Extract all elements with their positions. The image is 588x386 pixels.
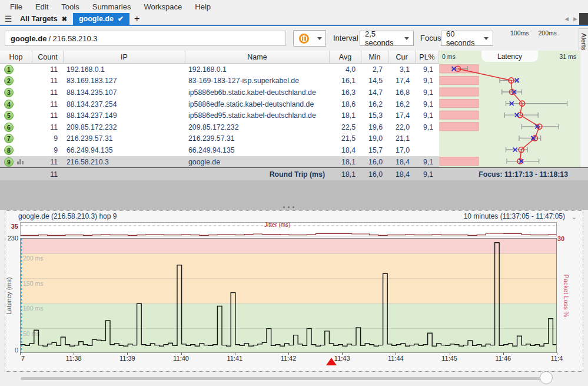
timeline-range-label[interactable]: 10 minutes (11:37:05 - 11:47:05) [464, 212, 565, 220]
round-trip-cur: 18,4 [388, 170, 416, 179]
timeline-scrollbar-thumb[interactable] [540, 371, 553, 384]
splitter-handle[interactable] [283, 206, 294, 208]
tab-scroll-left-icon[interactable]: ◀ [564, 16, 569, 22]
cell-name: google.de [185, 158, 330, 166]
column-header-cur[interactable]: Cur [388, 51, 416, 63]
hop-number-badge: 6 [4, 123, 14, 132]
cell-name: ip5886edfe.static.kabel-deutschland.de [185, 100, 330, 108]
cell-hop: 5 [0, 111, 32, 120]
table-row[interactable]: 611209.85.172.232209.85.172.23222,519,62… [0, 121, 439, 133]
table-scrollbar[interactable] [580, 51, 588, 167]
table-row[interactable]: 8966.249.94.13566.249.94.13518,415,717,0 [0, 144, 439, 156]
cell-ip: 209.85.172.232 [64, 123, 185, 131]
time-tick-label: 11:45 [441, 355, 457, 362]
table-row[interactable]: 79216.239.57.31216.239.57.3121,519,021,1 [0, 133, 439, 145]
cell-avg: 21,5 [330, 134, 361, 143]
cell-min: 16,2 [361, 100, 388, 108]
packet-loss-axis-title: Packet Loss % [562, 238, 570, 353]
packet-loss-bar [440, 123, 479, 131]
cell-ip: 216.58.210.3 [64, 158, 185, 166]
cell-ip: 66.249.94.135 [64, 146, 185, 154]
checkmark-icon: ✔ [118, 15, 124, 23]
table-row[interactable]: 51188.134.237.149ip5886ed95.static.kabel… [0, 110, 439, 121]
latency-column-header: Latency [481, 51, 538, 62]
time-tick-label: 11:40 [173, 355, 189, 362]
table-row[interactable]: 41188.134.237.254ip5886edfe.static.kabel… [0, 98, 439, 110]
cell-pl: 9,1 [416, 88, 439, 97]
menu-summaries[interactable]: Summaries [86, 2, 138, 11]
close-tab-icon[interactable]: ✖ [62, 15, 67, 23]
cell-hop: 8 [0, 146, 32, 155]
column-header-name[interactable]: Name [185, 51, 330, 63]
hop-number-badge: 4 [4, 100, 14, 109]
table-row[interactable]: 111192.168.0.1192.168.0.14,02,73,19,1 [0, 64, 439, 75]
target-input[interactable]: google.de / 216.58.210.3 [5, 31, 286, 46]
interval-label: Interval [333, 34, 358, 42]
tab-scroll-right-icon[interactable]: ▶ [573, 16, 577, 22]
latency-graph-column: 0 ms Latency 31 ms [439, 51, 580, 167]
menu-tools[interactable]: Tools [55, 2, 85, 11]
cell-ip: 83.169.183.127 [64, 77, 185, 85]
menu-file[interactable]: File [4, 2, 29, 11]
hop-latency-chart [439, 63, 580, 167]
gridline-label: 200 ms [23, 255, 43, 262]
time-tick-label: 11:44 [388, 355, 404, 362]
cell-ip: 88.134.237.149 [64, 111, 185, 120]
time-tick-label: 11:39 [119, 355, 135, 362]
legend-gradient-bar [497, 38, 560, 43]
focus-select[interactable]: 60 seconds [441, 31, 493, 46]
toolbar: google.de / 216.58.210.3 Interval 2,5 se… [0, 26, 588, 51]
tab-google-de[interactable]: google.de ✔ [73, 13, 129, 25]
table-row[interactable]: 21183.169.183.12783-169-183-127-isp.supe… [0, 75, 439, 87]
tab-all-targets[interactable]: All Targets ✖ [14, 13, 73, 25]
cell-avg: 18,1 [330, 158, 361, 166]
cell-cur: 16,8 [388, 88, 416, 97]
menu-bar: File Edit Tools Summaries Workspace Help [0, 0, 588, 13]
column-header-avg[interactable]: Avg [330, 51, 361, 63]
tab-list-button[interactable] [579, 13, 588, 25]
new-tab-button[interactable]: + [129, 13, 144, 25]
pause-dropdown-button[interactable] [314, 30, 326, 47]
cell-name: 216.239.57.31 [185, 134, 330, 143]
gridline-label: 150 ms [23, 280, 43, 287]
latency-timeline-chart[interactable]: 200 ms150 ms100 ms50 ms [20, 238, 557, 353]
column-header-hop[interactable]: Hop [0, 51, 32, 63]
menu-edit[interactable]: Edit [29, 2, 55, 11]
pingplotter-window: File Edit Tools Summaries Workspace Help… [0, 0, 588, 386]
menu-help[interactable]: Help [188, 2, 217, 11]
cell-name: 209.85.172.232 [185, 123, 330, 131]
hamburger-icon[interactable]: ☰ [2, 13, 14, 25]
chevron-down-icon[interactable]: ⌄ [572, 213, 577, 221]
table-header: Hop Count IP Name Avg Min Cur PL% [0, 51, 439, 64]
hop-number-badge: 1 [4, 65, 14, 74]
column-header-count[interactable]: Count [32, 51, 64, 63]
packet-loss-bar [440, 88, 479, 96]
cell-pl: 9,1 [416, 111, 439, 120]
cell-avg: 16,1 [330, 77, 361, 85]
packet-loss-bar [440, 157, 479, 166]
interval-value: 2,5 seconds [365, 29, 404, 47]
round-trip-min: 16,0 [361, 170, 388, 179]
round-trip-row: 11 Round Trip (ms) 18,1 16,0 18,4 9,1 Fo… [0, 167, 588, 180]
tab-scroll-arrows[interactable]: ◀ ▶ [564, 16, 577, 22]
table-row[interactable]: 31188.134.235.107ip5886eb6b.static.kabel… [0, 87, 439, 98]
timeline-scrollbar-track[interactable] [21, 377, 550, 380]
jitter-line [21, 233, 557, 235]
menu-workspace[interactable]: Workspace [137, 2, 188, 11]
column-header-pl[interactable]: PL% [416, 51, 439, 63]
cell-avg: 18,6 [330, 100, 361, 108]
cell-ip: 88.134.235.107 [64, 88, 185, 97]
cell-name: 66.249.94.135 [185, 146, 330, 154]
table-row[interactable]: 911216.58.210.3google.de18,116,018,49,1 [0, 156, 439, 168]
latency-axis-max-label: 31 ms [559, 53, 576, 60]
round-trip-avg: 18,1 [330, 170, 361, 179]
column-header-min[interactable]: Min [361, 51, 388, 63]
time-tick-label: 11:38 [66, 355, 82, 362]
column-header-ip[interactable]: IP [64, 51, 185, 63]
cell-cur: 3,1 [388, 65, 416, 74]
cell-ip: 192.168.0.1 [64, 65, 185, 74]
pause-button[interactable] [293, 30, 314, 47]
cell-cur: 17,4 [388, 111, 416, 120]
cell-cur: 22,0 [388, 123, 416, 131]
interval-select[interactable]: 2,5 seconds [360, 31, 414, 46]
